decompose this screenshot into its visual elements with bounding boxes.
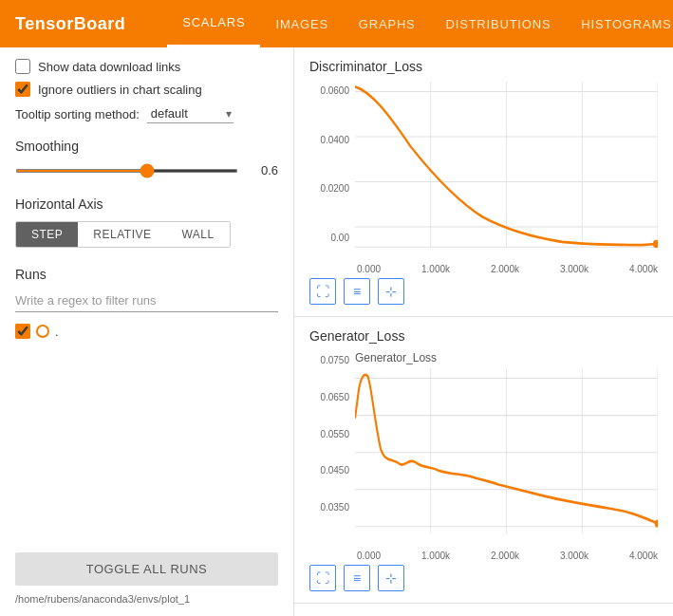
content-area: Discriminator_Loss 0.0600 0.0400 0.0200 … <box>294 47 673 616</box>
tooltip-row: Tooltip sorting method: default ascendin… <box>15 104 278 123</box>
tooltip-select-wrapper: default ascending descending nearest <box>147 104 234 123</box>
app-brand: TensorBoard <box>15 14 125 34</box>
axis-btn-relative[interactable]: RELATIVE <box>78 222 166 247</box>
run-circle-icon <box>36 325 49 338</box>
ignore-outliers-label: Ignore outliers in chart scaling <box>38 83 202 97</box>
expand-button-discriminator[interactable]: ⛶ <box>309 278 336 305</box>
chart-actions-discriminator: ⛶ ≡ ⊹ <box>309 278 658 305</box>
nav-item-histograms[interactable]: HISTOGRAMS <box>566 0 673 47</box>
y-axis-generator: 0.0750 0.0650 0.0550 0.0450 0.0350 <box>309 351 355 532</box>
y-label-g2: 0.0550 <box>320 429 349 439</box>
sidebar: Show data download links Ignore outliers… <box>0 47 294 616</box>
chart-area-discriminator: 0.0600 0.0400 0.0200 0.00 <box>309 82 658 274</box>
generator-inner-title: Generator_Loss <box>355 351 658 364</box>
smoothing-slider[interactable] <box>15 169 238 173</box>
expand-button-generator[interactable]: ⛶ <box>309 565 336 591</box>
smoothing-slider-row: 0.6 <box>15 163 278 177</box>
axis-section: Horizontal Axis STEP RELATIVE WALL <box>15 196 278 248</box>
sidebar-bottom: TOGGLE ALL RUNS /home/rubens/anaconda3/e… <box>15 543 278 605</box>
x-axis-generator: 0.000 1.000k 2.000k 3.000k 4.000k <box>355 551 658 561</box>
chart-title-discriminator: Discriminator_Loss <box>309 59 658 74</box>
show-download-checkbox[interactable] <box>15 59 30 74</box>
y-label-g1: 0.0650 <box>320 392 349 402</box>
tooltip-label: Tooltip sorting method: <box>15 107 140 121</box>
run-dot-label: . <box>55 325 59 339</box>
nav-item-distributions[interactable]: DISTRIBUTIONS <box>431 0 567 47</box>
y-label-g0: 0.0750 <box>320 355 349 365</box>
x-label-0: 0.000 <box>357 264 381 274</box>
sidebar-spacer <box>15 362 278 543</box>
smoothing-label: Smoothing <box>15 139 278 154</box>
x-label-g1: 1.000k <box>421 551 450 561</box>
list-button-discriminator[interactable]: ≡ <box>344 278 370 305</box>
runs-section: Runs . <box>15 267 278 346</box>
x-label-g2: 2.000k <box>491 551 519 561</box>
axis-btn-step[interactable]: STEP <box>16 222 78 247</box>
runs-label: Runs <box>15 267 278 282</box>
tooltip-select[interactable]: default ascending descending nearest <box>147 104 234 123</box>
y-label-0: 0.0600 <box>320 85 349 96</box>
chart-title-generator: Generator_Loss <box>309 328 658 344</box>
plot-area-generator: Generator_Loss <box>355 351 658 561</box>
ignore-outliers-checkbox[interactable] <box>15 82 30 97</box>
smoothing-value: 0.6 <box>250 163 278 177</box>
x-label-4: 4.000k <box>629 264 658 274</box>
chart-section-generator: Generator_Loss 0.0750 0.0650 0.0550 0.04… <box>294 317 673 604</box>
axis-btn-wall[interactable]: WALL <box>166 222 229 247</box>
show-download-label: Show data download links <box>38 60 180 74</box>
nav-item-scalars[interactable]: SCALARS <box>167 0 260 47</box>
chart-area-generator: 0.0750 0.0650 0.0550 0.0450 0.0350 Gener… <box>309 351 658 561</box>
chart-svg-generator <box>355 368 658 549</box>
chart-svg-discriminator <box>355 82 658 262</box>
plot-area-discriminator: 0.000 1.000k 2.000k 3.000k 4.000k <box>355 82 658 274</box>
x-label-1: 1.000k <box>421 264 450 274</box>
nav-item-graphs[interactable]: GRAPHS <box>344 0 431 47</box>
runs-filter-input[interactable] <box>15 291 278 312</box>
run-path-text: /home/rubens/anaconda3/envs/plot_1 <box>15 593 278 605</box>
crosshair-button-generator[interactable]: ⊹ <box>378 565 404 591</box>
y-label-g3: 0.0450 <box>320 465 349 476</box>
list-button-generator[interactable]: ≡ <box>344 565 370 591</box>
smoothing-section: Smoothing 0.6 <box>15 139 278 177</box>
x-label-g4: 4.000k <box>629 551 658 561</box>
main-layout: Show data download links Ignore outliers… <box>0 47 673 616</box>
axis-label: Horizontal Axis <box>15 196 278 212</box>
y-axis-discriminator: 0.0600 0.0400 0.0200 0.00 <box>309 82 355 262</box>
chart-section-discriminator: Discriminator_Loss 0.0600 0.0400 0.0200 … <box>294 47 673 317</box>
run-item: . <box>15 324 278 339</box>
navbar: TensorBoard SCALARS IMAGES GRAPHS DISTRI… <box>0 0 673 47</box>
y-label-2: 0.0200 <box>320 183 349 194</box>
ignore-outliers-row: Ignore outliers in chart scaling <box>15 82 278 97</box>
x-label-g0: 0.000 <box>357 551 381 561</box>
chart-actions-generator: ⛶ ≡ ⊹ <box>309 565 658 591</box>
y-label-1: 0.0400 <box>320 135 349 145</box>
x-label-3: 3.000k <box>560 264 589 274</box>
crosshair-button-discriminator[interactable]: ⊹ <box>378 278 404 305</box>
nav-menu: SCALARS IMAGES GRAPHS DISTRIBUTIONS HIST… <box>167 0 673 47</box>
axis-buttons: STEP RELATIVE WALL <box>15 221 231 248</box>
x-label-2: 2.000k <box>491 264 519 274</box>
x-label-g3: 3.000k <box>560 551 589 561</box>
y-label-3: 0.00 <box>331 233 349 243</box>
nav-item-images[interactable]: IMAGES <box>260 0 343 47</box>
run-checkbox[interactable] <box>15 324 30 339</box>
x-axis-discriminator: 0.000 1.000k 2.000k 3.000k 4.000k <box>355 264 658 274</box>
y-label-g4: 0.0350 <box>320 502 349 513</box>
show-download-row: Show data download links <box>15 59 278 74</box>
toggle-all-runs-button[interactable]: TOGGLE ALL RUNS <box>15 552 278 586</box>
